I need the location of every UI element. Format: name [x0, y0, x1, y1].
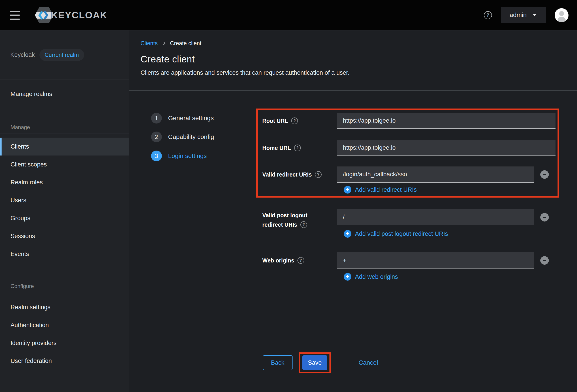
page-header: Clients Create client Create client Clie…: [129, 31, 577, 91]
sidebar-item-identity-providers[interactable]: Identity providers: [0, 334, 129, 352]
remove-redirect-uri-button[interactable]: [540, 170, 549, 179]
plus-icon: [344, 273, 351, 281]
valid-post-logout-redirect-uris-input[interactable]: [337, 209, 534, 225]
post-logout-label-line1: Valid post logout: [262, 212, 307, 219]
breadcrumb-current: Create client: [170, 40, 201, 46]
step-label: General settings: [168, 114, 214, 122]
wizard-steps-panel: 1 General settings 2 Capability config 3…: [129, 91, 251, 381]
sidebar-item-client-scopes[interactable]: Client scopes: [0, 155, 129, 173]
nav-group-manage: Manage: [0, 124, 129, 131]
main-content: Clients Create client Create client Clie…: [129, 31, 577, 392]
step-label: Capability config: [168, 133, 214, 141]
sidebar-item-groups[interactable]: Groups: [0, 209, 129, 227]
page-title: Create client: [141, 54, 577, 65]
breadcrumb-link-clients[interactable]: Clients: [141, 40, 158, 46]
chevron-down-icon: [533, 14, 537, 16]
cancel-button[interactable]: Cancel: [359, 359, 378, 366]
valid-post-logout-redirect-uris-field-row: Valid post logout redirect URIs ?: [262, 209, 549, 228]
sidebar-item-events[interactable]: Events: [0, 245, 129, 263]
step-label: Login settings: [168, 152, 207, 160]
add-valid-redirect-uris-link[interactable]: Add valid redirect URIs: [344, 186, 417, 194]
masthead: KEYCLOAK ? admin: [0, 0, 577, 31]
sidebar-nav: Manage realms Manage Clients Client scop…: [0, 85, 129, 370]
web-origins-input[interactable]: [337, 252, 534, 269]
save-button[interactable]: Save: [302, 355, 327, 370]
sidebar-item-sessions[interactable]: Sessions: [0, 227, 129, 245]
brand-text: KEYCLOAK: [51, 10, 108, 21]
home-url-field-row: Home URL ?: [262, 140, 555, 156]
back-button[interactable]: Back: [263, 355, 292, 370]
web-origins-field-row: Web origins ?: [262, 252, 549, 269]
keycloak-logo: KEYCLOAK: [35, 5, 108, 26]
hamburger-icon: [10, 11, 20, 12]
wizard-step-general-settings[interactable]: 1 General settings: [151, 113, 214, 123]
wizard-step-capability-config[interactable]: 2 Capability config: [151, 132, 214, 142]
sidebar-item-user-federation[interactable]: User federation: [0, 352, 129, 370]
remove-post-logout-uri-button[interactable]: [540, 213, 549, 221]
root-url-input[interactable]: [337, 113, 555, 129]
root-url-label: Root URL: [262, 118, 288, 124]
step-number: 1: [151, 113, 162, 123]
minus-icon: [543, 174, 546, 175]
minus-icon: [543, 260, 546, 261]
add-valid-post-logout-redirect-uris-link[interactable]: Add valid post logout redirect URIs: [344, 230, 448, 238]
realm-badge: Current realm: [39, 49, 84, 61]
user-menu-dropdown[interactable]: admin: [501, 7, 546, 23]
add-web-origins-link[interactable]: Add web origins: [344, 273, 398, 281]
nav-group-configure: Configure: [0, 283, 129, 289]
sidebar-item-realm-roles[interactable]: Realm roles: [0, 173, 129, 191]
realm-switcher[interactable]: Keycloak Current realm: [0, 31, 129, 79]
home-url-label: Home URL: [262, 145, 291, 151]
user-silhouette-icon: [555, 8, 569, 22]
menu-toggle-button[interactable]: [10, 11, 20, 20]
web-origins-label: Web origins: [262, 257, 294, 264]
help-button[interactable]: ?: [484, 11, 492, 19]
remove-web-origin-button[interactable]: [540, 256, 549, 265]
help-icon[interactable]: ?: [297, 257, 304, 264]
help-icon[interactable]: ?: [315, 171, 322, 178]
sidebar-item-manage-realms[interactable]: Manage realms: [0, 85, 129, 103]
help-icon[interactable]: ?: [294, 144, 301, 151]
minus-icon: [543, 217, 546, 218]
question-icon: ?: [484, 11, 492, 19]
create-client-wizard: 1 General settings 2 Capability config 3…: [129, 91, 577, 392]
valid-redirect-uris-field-row: Valid redirect URIs ?: [262, 167, 549, 182]
step-number: 3: [151, 151, 162, 161]
product-name: Keycloak: [10, 51, 35, 58]
sidebar: Keycloak Current realm Manage realms Man…: [0, 31, 129, 392]
sidebar-item-realm-settings[interactable]: Realm settings: [0, 298, 129, 316]
avatar[interactable]: [555, 8, 569, 22]
valid-redirect-uris-input[interactable]: [337, 167, 534, 182]
breadcrumb: Clients Create client: [141, 40, 577, 46]
user-menu-label: admin: [510, 11, 527, 19]
sidebar-item-users[interactable]: Users: [0, 191, 129, 209]
page-subtitle: Clients are applications and services th…: [141, 69, 577, 76]
help-icon[interactable]: ?: [300, 221, 307, 228]
root-url-field-row: Root URL ?: [262, 113, 555, 129]
wizard-step-login-settings[interactable]: 3 Login settings: [151, 151, 207, 161]
chevron-right-icon: [162, 41, 166, 45]
plus-icon: [344, 186, 351, 194]
home-url-input[interactable]: [337, 140, 555, 156]
help-icon[interactable]: ?: [291, 117, 298, 124]
divider: [0, 294, 129, 294]
step-number: 2: [151, 132, 162, 142]
plus-icon: [344, 230, 351, 238]
sidebar-item-clients[interactable]: Clients: [0, 138, 129, 155]
valid-redirect-uris-label: Valid redirect URIs: [262, 171, 312, 178]
post-logout-label-line2: redirect URIs: [262, 221, 297, 228]
sidebar-item-authentication[interactable]: Authentication: [0, 316, 129, 334]
divider: [0, 134, 129, 134]
wizard-actions: Back Save Cancel: [263, 355, 378, 370]
